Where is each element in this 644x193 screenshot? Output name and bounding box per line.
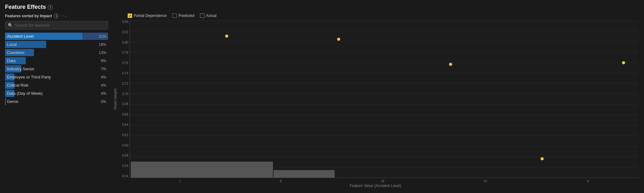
feature-pct-label: 4% xyxy=(95,75,106,79)
feature-pct-label: 13% xyxy=(95,51,106,55)
grid-line xyxy=(130,104,639,105)
x-axis-labels: IIIIIIIVV xyxy=(112,178,639,184)
histogram-area xyxy=(130,159,639,178)
y-tick: 0.54 xyxy=(118,175,128,178)
legend-row: Partial Dependence Predicted Actual xyxy=(112,13,639,18)
feature-name-label: Local xyxy=(7,42,95,47)
partial-dependence-checkbox[interactable] xyxy=(128,13,132,18)
legend-predicted[interactable]: Predicted xyxy=(172,13,194,18)
chart-area: Target (target) 0.840.820.800.780.760.74… xyxy=(112,20,639,189)
y-axis-ticks: 0.840.820.800.780.760.740.720.700.680.66… xyxy=(118,20,130,178)
feature-item[interactable]: Genre0% xyxy=(5,98,108,105)
grid-line xyxy=(130,125,639,126)
data-dot xyxy=(225,35,228,38)
title-info-icon[interactable]: ℹ xyxy=(48,5,53,10)
y-tick: 0.78 xyxy=(118,51,128,54)
feature-pct-label: 4% xyxy=(95,91,106,96)
sort-descending-button[interactable]: ↓ xyxy=(64,14,66,18)
feature-name-label: Genre xyxy=(7,99,95,104)
search-input[interactable] xyxy=(15,23,105,28)
search-box: 🔍 xyxy=(5,21,108,29)
grid-line xyxy=(130,52,639,52)
y-tick: 0.72 xyxy=(118,82,128,85)
actual-label: Actual xyxy=(206,13,216,18)
grid-line xyxy=(130,136,639,136)
x-axis-tick-label: II xyxy=(280,179,282,183)
feature-item[interactable]: Accident Level31% xyxy=(5,33,108,40)
feature-name-label: Data (Day of Week) xyxy=(7,91,95,96)
x-axis-title: Feature Value (Accident Level) xyxy=(112,184,639,189)
feature-item[interactable]: Employee or Third Party4% xyxy=(5,73,108,81)
feature-name-label: Data xyxy=(7,58,95,63)
page-title: Feature Effects xyxy=(5,4,46,10)
data-dot xyxy=(449,63,452,66)
x-axis-tick-label: V xyxy=(587,179,589,183)
feature-name-label: Employee or Third Party xyxy=(7,75,95,79)
partial-dependence-label: Partial Dependence xyxy=(134,13,167,18)
x-axis-tick-label: IV xyxy=(484,179,487,183)
y-tick: 0.66 xyxy=(118,113,128,116)
grid-line xyxy=(130,62,639,63)
predicted-checkbox[interactable] xyxy=(172,13,177,18)
y-tick: 0.76 xyxy=(118,62,128,65)
data-dot xyxy=(337,38,340,41)
feature-pct-label: 0% xyxy=(95,99,106,104)
features-header-info-icon[interactable]: ℹ xyxy=(54,13,59,19)
y-tick: 0.80 xyxy=(118,41,128,44)
actual-checkbox[interactable] xyxy=(200,13,204,18)
y-tick: 0.60 xyxy=(118,144,128,147)
grid-line xyxy=(130,83,639,83)
x-axis-tick-label: III xyxy=(381,179,384,183)
y-tick: 0.68 xyxy=(118,103,128,106)
feature-pct-label: 18% xyxy=(95,42,106,47)
feature-pct-label: 9% xyxy=(95,59,106,63)
sort-ascending-button[interactable]: ↑ xyxy=(62,14,64,18)
feature-pct-label: 7% xyxy=(95,67,106,71)
feature-name-label: Accident Level xyxy=(7,34,95,39)
grid-line xyxy=(130,157,639,157)
grid-line xyxy=(130,115,639,115)
y-axis-label-container: Target (target) xyxy=(112,20,118,178)
feature-name-label: Industry Sector xyxy=(7,67,95,71)
histogram-bar xyxy=(131,162,273,178)
y-tick: 0.82 xyxy=(118,31,128,34)
data-dot xyxy=(622,61,625,64)
legend-actual[interactable]: Actual xyxy=(200,13,216,18)
features-header-label: Features sorted by Impact xyxy=(5,14,52,18)
grid-line xyxy=(130,94,639,94)
y-tick: 0.56 xyxy=(118,164,128,168)
feature-item[interactable]: Data9% xyxy=(5,57,108,64)
feature-name-label: Countries xyxy=(7,50,95,55)
feature-list: Accident Level31%Local18%Countries13%Dat… xyxy=(5,33,108,105)
feature-pct-label: 31% xyxy=(95,34,106,39)
grid-line xyxy=(130,178,639,178)
feature-item[interactable]: Data (Day of Week)4% xyxy=(5,90,108,97)
histogram-bar xyxy=(274,170,335,178)
feature-pct-label: 4% xyxy=(95,83,106,88)
grid-line xyxy=(130,31,639,31)
feature-item[interactable]: Critical Risk4% xyxy=(5,82,108,89)
y-tick: 0.70 xyxy=(118,93,128,96)
feature-item[interactable]: Industry Sector7% xyxy=(5,65,108,72)
feature-name-label: Critical Risk xyxy=(7,83,95,88)
feature-item[interactable]: Countries13% xyxy=(5,49,108,56)
grid-line xyxy=(130,41,639,42)
search-icon: 🔍 xyxy=(8,23,13,28)
grid-line xyxy=(130,146,639,147)
y-tick: 0.74 xyxy=(118,72,128,75)
y-tick: 0.64 xyxy=(118,123,128,126)
grid-line xyxy=(130,20,639,21)
x-axis-tick-label: I xyxy=(179,179,180,183)
y-tick: 0.58 xyxy=(118,154,128,157)
y-tick: 0.62 xyxy=(118,134,128,137)
legend-partial-dependence[interactable]: Partial Dependence xyxy=(128,13,167,18)
grid-line xyxy=(130,73,639,73)
chart-plot xyxy=(130,20,639,178)
feature-item[interactable]: Local18% xyxy=(5,41,108,48)
y-axis-label: Target (target) xyxy=(113,88,117,110)
y-tick: 0.84 xyxy=(118,20,128,24)
predicted-label: Predicted xyxy=(178,13,194,18)
